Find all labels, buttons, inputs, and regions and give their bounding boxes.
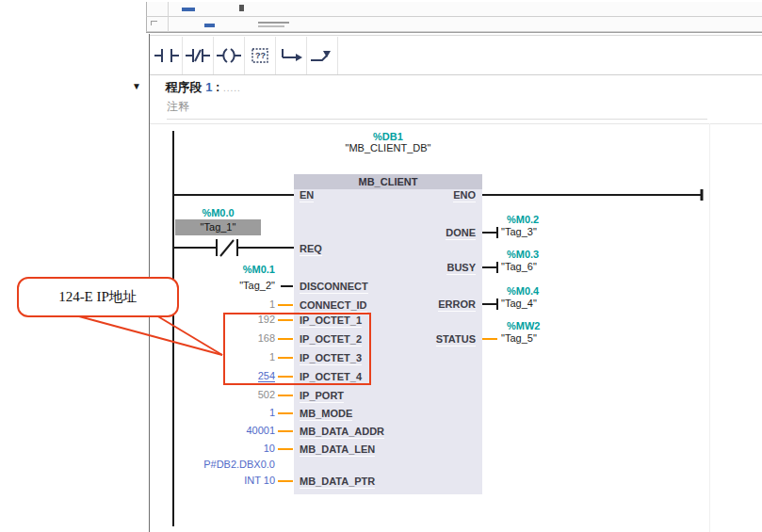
ip-octet-4-text[interactable]: 254: [258, 370, 275, 382]
pin-eno[interactable]: ENO: [453, 189, 476, 202]
open-branch-button[interactable]: [276, 37, 307, 74]
pin-req[interactable]: REQ: [300, 243, 322, 256]
tia-portal-lad-editor: { "top_rows": {"note": "two truncated pr…: [0, 0, 762, 532]
contact-address: %M0.0: [175, 207, 261, 219]
coil-icon: [215, 46, 243, 65]
disconnect-address: %M0.1: [243, 264, 275, 276]
pin-status[interactable]: STATUS: [436, 333, 476, 347]
collapse-triangle-icon[interactable]: ▼: [132, 81, 141, 91]
mb-data-len-value[interactable]: 10: [264, 443, 275, 455]
cell-divider: [168, 2, 169, 17]
pin-ip-octet-4[interactable]: IP_OCTET_4: [300, 371, 362, 384]
network-comment[interactable]: 注释: [167, 99, 189, 115]
nc-contact-slash: [220, 240, 234, 256]
status-address: %MW2: [507, 320, 540, 332]
pin-mb-mode[interactable]: MB_MODE: [300, 408, 352, 421]
busy-address: %M0.3: [507, 249, 539, 261]
truncated-tree-row: [146, 2, 762, 17]
pin-error[interactable]: ERROR: [438, 298, 476, 312]
mb-data-addr-value[interactable]: 40001: [246, 425, 275, 437]
annotation-callout-text: 124-E IP地址: [58, 288, 138, 306]
editor-right-margin: [709, 123, 710, 532]
open-branch-icon: [277, 46, 305, 65]
contact-tag-selected[interactable]: "Tag_1": [175, 219, 261, 235]
pin-busy[interactable]: BUSY: [446, 262, 476, 275]
annotation-callout: 124-E IP地址: [17, 277, 179, 317]
ip-port-value[interactable]: 502: [258, 389, 275, 401]
pin-connect-id[interactable]: CONNECT_ID: [300, 299, 367, 313]
coil-button[interactable]: [214, 37, 245, 74]
pin-ip-octet-1[interactable]: IP_OCTET_1: [300, 314, 362, 328]
ip-octet-4-value: 254: [258, 370, 275, 382]
comment-divider: [167, 119, 707, 120]
db-name[interactable]: "MB_CLIENT_DB": [294, 142, 482, 154]
done-tag[interactable]: "Tag_3": [501, 226, 537, 238]
blue-mark-icon: [204, 24, 215, 27]
ip-octet-3-value[interactable]: 1: [269, 351, 275, 363]
truncated-tree-row: [146, 17, 762, 32]
pin-mb-data-ptr[interactable]: MB_DATA_PTR: [300, 476, 375, 489]
disconnect-tag[interactable]: "Tag_2": [239, 280, 275, 292]
pin-mb-data-addr[interactable]: MB_DATA_ADDR: [300, 426, 384, 439]
illegible-text-mark: [258, 25, 284, 27]
mb-data-ptr-line1[interactable]: P#DB2.DBX0.0: [203, 459, 275, 471]
blue-mark-icon: [182, 8, 195, 11]
error-tag[interactable]: "Tag_4": [501, 298, 537, 310]
dark-mark-icon: [239, 5, 244, 11]
nc-contact-button[interactable]: [183, 37, 214, 74]
lad-toolbar: ??: [150, 35, 762, 75]
connect-id-value[interactable]: 1: [269, 298, 275, 311]
pin-done[interactable]: DONE: [446, 227, 476, 240]
ip-octet-2-value[interactable]: 168: [258, 332, 275, 345]
panel-top-edge: [146, 32, 762, 33]
no-contact-button[interactable]: [152, 37, 183, 74]
network-title-placeholder[interactable]: .....: [223, 83, 241, 93]
pin-ip-octet-3[interactable]: IP_OCTET_3: [300, 352, 362, 365]
mb-data-ptr-line2[interactable]: INT 10: [244, 475, 275, 487]
corner-mark-icon: [151, 21, 157, 25]
block-title: MB_CLIENT: [294, 174, 482, 189]
nc-contact-icon: [184, 46, 212, 65]
ip-octet-1-value[interactable]: 192: [258, 314, 275, 326]
pin-ip-octet-2[interactable]: IP_OCTET_2: [300, 333, 362, 347]
empty-box-button[interactable]: ??: [245, 37, 276, 74]
pin-disconnect[interactable]: DISCONNECT: [300, 281, 368, 294]
annotation-pointer-line: [156, 315, 222, 355]
close-branch-button[interactable]: [307, 37, 338, 74]
network-title-prefix: 程序段: [166, 80, 206, 94]
busy-tag[interactable]: "Tag_6": [501, 261, 537, 273]
empty-box-label: ??: [245, 37, 276, 74]
pin-en[interactable]: EN: [300, 189, 314, 202]
illegible-text-mark: [258, 22, 289, 24]
annotation-pointer-line: [79, 316, 222, 355]
close-branch-icon: [308, 46, 336, 65]
mb-mode-value[interactable]: 1: [269, 407, 275, 419]
status-tag[interactable]: "Tag_5": [501, 332, 537, 345]
done-address: %M0.2: [507, 214, 539, 226]
network-title-colon: :: [212, 80, 219, 94]
no-contact-icon: [153, 46, 181, 65]
pin-mb-data-len[interactable]: MB_DATA_LEN: [300, 443, 375, 457]
cell-divider: [168, 17, 169, 32]
pin-ip-port[interactable]: IP_PORT: [300, 390, 344, 403]
error-address: %M0.4: [507, 285, 539, 298]
editor-divider: [150, 123, 762, 124]
